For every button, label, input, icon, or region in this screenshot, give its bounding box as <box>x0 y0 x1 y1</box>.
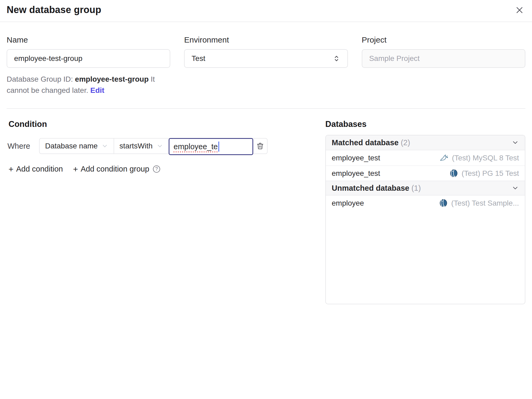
postgresql-icon <box>449 169 458 178</box>
condition-actions: + Add condition + Add condition group ? <box>9 165 325 173</box>
matched-database-count: (2) <box>401 138 410 147</box>
database-name: employee_test <box>332 169 380 178</box>
add-condition-group-button[interactable]: + Add condition group ? <box>73 165 160 173</box>
postgresql-icon <box>439 199 448 208</box>
database-name: employee_test <box>332 154 380 162</box>
database-name: employee <box>332 199 364 207</box>
database-row: employee_test (Test) MySQL 8 Test <box>326 150 525 165</box>
chevron-down-icon <box>512 184 519 192</box>
databases-heading: Databases <box>325 119 525 129</box>
condition-operator-value: startsWith <box>119 142 152 150</box>
condition-value-text: employee_te <box>174 142 218 151</box>
condition-operator-select[interactable]: startsWith <box>114 139 169 153</box>
close-icon <box>515 5 524 15</box>
chevron-down-icon <box>156 143 163 149</box>
matched-database-title: Matched database(2) <box>332 138 410 147</box>
trash-icon <box>256 142 264 150</box>
unmatched-database-header[interactable]: Unmatched database(1) <box>326 181 525 196</box>
condition-group: Database name startsWith employee_te <box>39 138 267 154</box>
chevron-down-icon <box>101 143 108 149</box>
chevron-down-icon <box>512 139 519 146</box>
form-grid: Name Database Group ID: employee-test-gr… <box>0 22 532 96</box>
mysql-icon <box>440 153 449 163</box>
condition-section: Condition Where Database name startsWith… <box>7 119 325 173</box>
dialog-header: New database group <box>0 0 532 22</box>
unmatched-database-count: (1) <box>412 184 421 192</box>
condition-row: Where Database name startsWith employee_… <box>7 138 325 154</box>
database-instance: (Test) Test Sample... <box>439 199 519 208</box>
main-content: Condition Where Database name startsWith… <box>0 109 532 304</box>
project-label: Project <box>362 35 525 44</box>
project-field: Project Sample Project <box>362 35 525 96</box>
help-icon[interactable]: ? <box>153 165 160 173</box>
condition-factor-select[interactable]: Database name <box>40 139 114 153</box>
database-instance: (Test) MySQL 8 Test <box>440 153 519 163</box>
where-label: Where <box>7 142 30 151</box>
database-row: employee (Test) Test Sample... <box>326 196 525 211</box>
environment-select[interactable]: Test <box>184 49 348 68</box>
name-field: Name Database Group ID: employee-test-gr… <box>7 35 170 96</box>
add-condition-group-label: Add condition group <box>81 165 149 173</box>
group-id-value: employee-test-group <box>75 75 149 83</box>
condition-value-input[interactable]: employee_te <box>169 138 253 155</box>
project-value: Sample Project <box>369 54 420 63</box>
select-arrows-icon <box>332 55 340 63</box>
project-select: Sample Project <box>362 49 525 68</box>
environment-value: Test <box>192 54 205 63</box>
plus-icon: + <box>73 165 78 173</box>
unmatched-database-title: Unmatched database(1) <box>332 184 421 193</box>
condition-factor-value: Database name <box>45 142 98 150</box>
condition-heading: Condition <box>9 119 325 129</box>
group-id-prefix: Database Group ID: <box>7 75 73 83</box>
database-instance: (Test) PG 15 Test <box>449 169 519 178</box>
text-cursor <box>218 142 219 152</box>
delete-condition-button[interactable] <box>253 139 267 153</box>
edit-link[interactable]: Edit <box>90 86 104 94</box>
add-condition-button[interactable]: + Add condition <box>9 165 63 173</box>
name-label: Name <box>7 35 170 44</box>
databases-panel: Matched database(2) employee_test (Test)… <box>325 135 525 304</box>
close-button[interactable] <box>514 4 525 16</box>
add-condition-label: Add condition <box>16 165 63 173</box>
group-id-hint: Database Group ID: employee-test-group I… <box>7 74 170 96</box>
plus-icon: + <box>9 165 14 173</box>
matched-database-header[interactable]: Matched database(2) <box>326 135 525 150</box>
environment-label: Environment <box>184 35 348 44</box>
dialog-title: New database group <box>7 4 525 15</box>
database-row: employee_test (Test) PG 15 Test <box>326 165 525 181</box>
databases-section: Databases Matched database(2) employee_t… <box>325 119 525 304</box>
environment-field: Environment Test <box>184 35 348 96</box>
name-input[interactable] <box>7 49 170 68</box>
